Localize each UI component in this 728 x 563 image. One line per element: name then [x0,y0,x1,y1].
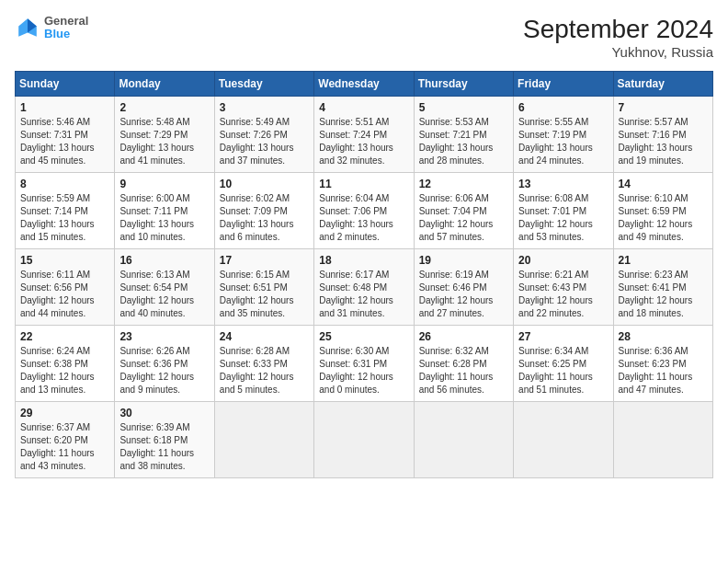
calendar-cell: 27Sunrise: 6:34 AMSunset: 6:25 PMDayligh… [514,326,613,402]
header-cell-friday: Friday [514,72,613,97]
logo: General Blue [15,15,88,41]
day-number: 30 [119,407,209,419]
day-number: 5 [419,101,508,114]
calendar-cell: 15Sunrise: 6:11 AMSunset: 6:56 PMDayligh… [16,249,115,326]
day-number: 28 [619,330,708,343]
calendar-body: 1Sunrise: 5:46 AMSunset: 7:31 PMDaylight… [16,97,713,478]
calendar-cell [514,402,613,478]
calendar-cell: 14Sunrise: 6:10 AMSunset: 6:59 PMDayligh… [613,173,712,249]
day-number: 2 [119,101,209,114]
day-info: Sunrise: 6:06 AMSunset: 7:04 PMDaylight:… [419,192,508,244]
calendar-cell: 12Sunrise: 6:06 AMSunset: 7:04 PMDayligh… [414,173,513,249]
header-cell-tuesday: Tuesday [214,72,313,97]
day-number: 21 [619,254,708,267]
day-number: 22 [20,330,109,343]
calendar-cell: 28Sunrise: 6:36 AMSunset: 6:23 PMDayligh… [613,326,712,402]
day-info: Sunrise: 5:59 AMSunset: 7:14 PMDaylight:… [20,192,109,244]
day-info: Sunrise: 6:30 AMSunset: 6:31 PMDaylight:… [319,345,408,396]
calendar-cell: 20Sunrise: 6:21 AMSunset: 6:43 PMDayligh… [514,249,613,326]
day-info: Sunrise: 6:26 AMSunset: 6:36 PMDaylight:… [119,345,209,396]
day-info: Sunrise: 5:46 AMSunset: 7:31 PMDaylight:… [20,116,109,167]
calendar-cell: 16Sunrise: 6:13 AMSunset: 6:54 PMDayligh… [115,249,214,326]
day-info: Sunrise: 6:13 AMSunset: 6:54 PMDaylight:… [119,269,209,320]
day-info: Sunrise: 6:24 AMSunset: 6:38 PMDaylight:… [20,345,109,396]
day-info: Sunrise: 6:37 AMSunset: 6:20 PMDaylight:… [20,421,109,473]
calendar-cell: 13Sunrise: 6:08 AMSunset: 7:01 PMDayligh… [514,173,613,249]
calendar-row: 1Sunrise: 5:46 AMSunset: 7:31 PMDaylight… [16,97,713,173]
day-number: 23 [119,330,209,343]
day-info: Sunrise: 6:11 AMSunset: 6:56 PMDaylight:… [20,269,109,320]
calendar-cell: 1Sunrise: 5:46 AMSunset: 7:31 PMDaylight… [16,97,115,173]
title-block: September 2024 Yukhnov, Russia [523,15,713,60]
day-info: Sunrise: 6:08 AMSunset: 7:01 PMDaylight:… [518,192,608,244]
calendar-row: 8Sunrise: 5:59 AMSunset: 7:14 PMDaylight… [16,173,713,249]
day-info: Sunrise: 6:36 AMSunset: 6:23 PMDaylight:… [619,345,708,396]
day-number: 14 [619,178,708,190]
calendar-cell: 5Sunrise: 5:53 AMSunset: 7:21 PMDaylight… [414,97,513,173]
day-info: Sunrise: 6:15 AMSunset: 6:51 PMDaylight:… [220,269,309,320]
day-info: Sunrise: 5:55 AMSunset: 7:19 PMDaylight:… [518,116,608,167]
day-number: 12 [419,178,508,190]
calendar-cell: 23Sunrise: 6:26 AMSunset: 6:36 PMDayligh… [115,326,214,402]
day-number: 3 [220,101,309,114]
calendar-cell: 21Sunrise: 6:23 AMSunset: 6:41 PMDayligh… [613,249,712,326]
header-cell-thursday: Thursday [414,72,513,97]
header-cell-wednesday: Wednesday [314,72,414,97]
calendar-cell: 11Sunrise: 6:04 AMSunset: 7:06 PMDayligh… [314,173,414,249]
day-number: 15 [20,254,109,267]
calendar-cell: 2Sunrise: 5:48 AMSunset: 7:29 PMDaylight… [115,97,214,173]
calendar-header: SundayMondayTuesdayWednesdayThursdayFrid… [16,72,713,97]
page-subtitle: Yukhnov, Russia [523,44,713,60]
day-number: 18 [319,254,408,267]
logo-line2: Blue [44,28,88,40]
day-number: 11 [319,178,408,190]
calendar-cell: 9Sunrise: 6:00 AMSunset: 7:11 PMDaylight… [115,173,214,249]
calendar-cell [414,402,513,478]
day-info: Sunrise: 5:48 AMSunset: 7:29 PMDaylight:… [119,116,209,167]
calendar-cell: 18Sunrise: 6:17 AMSunset: 6:48 PMDayligh… [314,249,414,326]
calendar-row: 15Sunrise: 6:11 AMSunset: 6:56 PMDayligh… [16,249,713,326]
logo-text: General Blue [44,15,88,41]
day-info: Sunrise: 6:21 AMSunset: 6:43 PMDaylight:… [518,269,608,320]
day-info: Sunrise: 6:17 AMSunset: 6:48 PMDaylight:… [319,269,408,320]
day-number: 4 [319,101,408,114]
header-cell-monday: Monday [115,72,214,97]
page-title: September 2024 [523,15,713,44]
day-number: 26 [419,330,508,343]
day-info: Sunrise: 6:39 AMSunset: 6:18 PMDaylight:… [119,421,209,473]
header-row: SundayMondayTuesdayWednesdayThursdayFrid… [16,72,713,97]
calendar-cell: 17Sunrise: 6:15 AMSunset: 6:51 PMDayligh… [214,249,313,326]
calendar-cell [314,402,414,478]
day-info: Sunrise: 6:04 AMSunset: 7:06 PMDaylight:… [319,192,408,244]
day-number: 10 [220,178,309,190]
header-cell-saturday: Saturday [613,72,712,97]
day-number: 7 [619,101,708,114]
logo-line1: General [44,15,88,28]
day-info: Sunrise: 6:00 AMSunset: 7:11 PMDaylight:… [119,192,209,244]
calendar-cell: 6Sunrise: 5:55 AMSunset: 7:19 PMDaylight… [514,97,613,173]
calendar-cell: 22Sunrise: 6:24 AMSunset: 6:38 PMDayligh… [16,326,115,402]
day-number: 20 [518,254,608,267]
calendar-cell: 30Sunrise: 6:39 AMSunset: 6:18 PMDayligh… [115,402,214,478]
calendar-cell: 3Sunrise: 5:49 AMSunset: 7:26 PMDaylight… [214,97,313,173]
day-info: Sunrise: 6:23 AMSunset: 6:41 PMDaylight:… [619,269,708,320]
header-cell-sunday: Sunday [16,72,115,97]
day-info: Sunrise: 6:34 AMSunset: 6:25 PMDaylight:… [518,345,608,396]
day-number: 6 [518,101,608,114]
day-info: Sunrise: 5:51 AMSunset: 7:24 PMDaylight:… [319,116,408,167]
day-info: Sunrise: 5:53 AMSunset: 7:21 PMDaylight:… [419,116,508,167]
calendar-cell: 4Sunrise: 5:51 AMSunset: 7:24 PMDaylight… [314,97,414,173]
day-number: 13 [518,178,608,190]
calendar-cell: 26Sunrise: 6:32 AMSunset: 6:28 PMDayligh… [414,326,513,402]
calendar-table: SundayMondayTuesdayWednesdayThursdayFrid… [15,71,713,478]
day-number: 9 [119,178,209,190]
day-number: 25 [319,330,408,343]
calendar-cell: 25Sunrise: 6:30 AMSunset: 6:31 PMDayligh… [314,326,414,402]
calendar-row: 22Sunrise: 6:24 AMSunset: 6:38 PMDayligh… [16,326,713,402]
day-number: 16 [119,254,209,267]
calendar-cell: 29Sunrise: 6:37 AMSunset: 6:20 PMDayligh… [16,402,115,478]
day-info: Sunrise: 5:49 AMSunset: 7:26 PMDaylight:… [220,116,309,167]
logo-icon [15,15,40,40]
calendar-cell: 8Sunrise: 5:59 AMSunset: 7:14 PMDaylight… [16,173,115,249]
day-info: Sunrise: 6:32 AMSunset: 6:28 PMDaylight:… [419,345,508,396]
